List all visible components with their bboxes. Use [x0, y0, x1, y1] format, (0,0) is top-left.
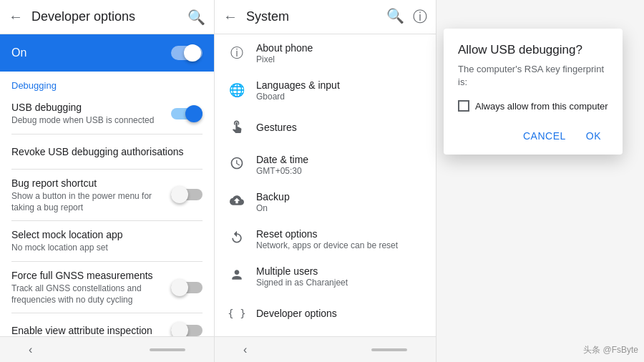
on-toggle[interactable]	[171, 44, 203, 62]
datetime-item[interactable]: Date & time GMT+05:30	[215, 146, 436, 183]
ok-button[interactable]: OK	[579, 126, 608, 146]
dialog-area: Allow USB debugging? The computer's RSA …	[436, 0, 644, 362]
search-icon-right[interactable]: 🔍	[386, 7, 404, 26]
left-header: ← Developer options 🔍	[0, 0, 214, 34]
view-attr-title: Enable view attribute inspection	[11, 324, 171, 336]
mock-location-item[interactable]: Select mock location app No mock locatio…	[0, 221, 214, 261]
help-icon[interactable]: ⓘ	[413, 7, 427, 26]
right-content: ⓘ About phone Pixel 🌐 Languages & input …	[215, 34, 436, 336]
always-allow-checkbox[interactable]	[458, 100, 469, 112]
left-content: Debugging USB debugging Debug mode when …	[0, 72, 214, 336]
left-nav-back[interactable]: ‹	[29, 343, 32, 356]
dialog-buttons: Cancel OK	[458, 126, 608, 146]
right-nav-pill	[371, 348, 407, 351]
datetime-icon	[226, 156, 248, 174]
search-icon-left[interactable]: 🔍	[187, 9, 205, 26]
gestures-item[interactable]: Gestures	[215, 109, 436, 146]
developer-icon: { }	[226, 308, 248, 319]
always-allow-label: Always allow from this computer	[475, 101, 608, 112]
watermark: 头条 @FsByte	[583, 344, 638, 356]
bug-report-subtitle: Show a button in the power menu for taki…	[11, 191, 171, 213]
reset-subtitle: Network, apps or device can be reset	[256, 240, 424, 250]
left-nav-pill	[150, 348, 185, 351]
gestures-icon	[226, 119, 248, 137]
right-nav-back[interactable]: ‹	[243, 343, 247, 356]
languages-title: Languages & input	[256, 79, 424, 91]
developer-options-item[interactable]: { } Developer options	[215, 295, 436, 332]
about-icon: ⓘ	[226, 44, 248, 62]
right-nav-bar: ‹	[215, 336, 436, 362]
mock-location-subtitle: No mock location app set	[11, 243, 203, 254]
backup-subtitle: On	[256, 203, 424, 213]
usb-debugging-subtitle: Debug mode when USB is connected	[11, 115, 171, 127]
usb-debugging-item[interactable]: USB debugging Debug mode when USB is con…	[0, 94, 214, 134]
about-phone-item[interactable]: ⓘ About phone Pixel	[215, 34, 436, 72]
usb-debug-dialog: Allow USB debugging? The computer's RSA …	[444, 29, 623, 155]
languages-item[interactable]: 🌐 Languages & input Gboard	[215, 72, 436, 109]
dialog-body: The computer's RSA key fingerprint is:	[458, 63, 608, 89]
gnss-toggle[interactable]	[171, 279, 203, 296]
cancel-button[interactable]: Cancel	[516, 126, 573, 146]
debugging-section-header: Debugging	[0, 72, 214, 94]
left-panel: ← Developer options 🔍 On Debugging USB d…	[0, 0, 215, 362]
reset-title: Reset options	[256, 228, 424, 240]
languages-subtitle: Gboard	[256, 92, 424, 102]
system-title: System	[246, 9, 386, 24]
reset-item[interactable]: Reset options Network, apps or device ca…	[215, 220, 436, 258]
revoke-usb-title: Revoke USB debugging authorisations	[11, 145, 203, 158]
view-attr-item[interactable]: Enable view attribute inspection	[0, 313, 214, 336]
on-row: On	[0, 34, 214, 72]
datetime-subtitle: GMT+05:30	[256, 166, 424, 176]
gestures-title: Gestures	[256, 122, 424, 133]
on-label: On	[11, 47, 171, 59]
users-item[interactable]: Multiple users Signed in as Charanjeet	[215, 258, 436, 295]
usb-debugging-title: USB debugging	[11, 101, 171, 114]
bug-report-title: Bug report shortcut	[11, 177, 171, 190]
backup-title: Backup	[256, 191, 424, 202]
right-header: ← System 🔍 ⓘ	[215, 0, 436, 34]
dialog-checkbox-row: Always allow from this computer	[458, 100, 608, 112]
mock-location-title: Select mock location app	[11, 228, 203, 241]
left-panel-title: Developer options	[31, 9, 187, 24]
view-attr-toggle[interactable]	[171, 322, 203, 336]
datetime-title: Date & time	[256, 154, 424, 165]
developer-title: Developer options	[256, 308, 424, 319]
gnss-title: Force full GNSS measurements	[11, 269, 171, 282]
reset-icon	[226, 230, 248, 248]
users-subtitle: Signed in as Charanjeet	[256, 278, 424, 288]
left-nav-bar: ‹	[0, 336, 214, 362]
about-subtitle: Pixel	[256, 54, 424, 64]
gnss-subtitle: Track all GNSS constellations and freque…	[11, 283, 171, 305]
users-title: Multiple users	[256, 265, 424, 277]
dialog-title: Allow USB debugging?	[458, 43, 608, 57]
languages-icon: 🌐	[226, 82, 248, 98]
gnss-item[interactable]: Force full GNSS measurements Track all G…	[0, 262, 214, 313]
bug-report-toggle[interactable]	[171, 186, 203, 203]
backup-icon	[226, 193, 248, 211]
right-back-icon[interactable]: ←	[223, 9, 238, 25]
about-title: About phone	[256, 42, 424, 54]
bug-report-item[interactable]: Bug report shortcut Show a button in the…	[0, 170, 214, 220]
back-icon[interactable]: ←	[9, 9, 23, 25]
revoke-usb-item[interactable]: Revoke USB debugging authorisations	[0, 134, 214, 169]
users-icon	[226, 268, 248, 285]
backup-item[interactable]: Backup On	[215, 183, 436, 220]
right-panel: ← System 🔍 ⓘ ⓘ About phone Pixel 🌐 Langu…	[215, 0, 436, 362]
usb-debugging-toggle[interactable]	[171, 105, 203, 122]
